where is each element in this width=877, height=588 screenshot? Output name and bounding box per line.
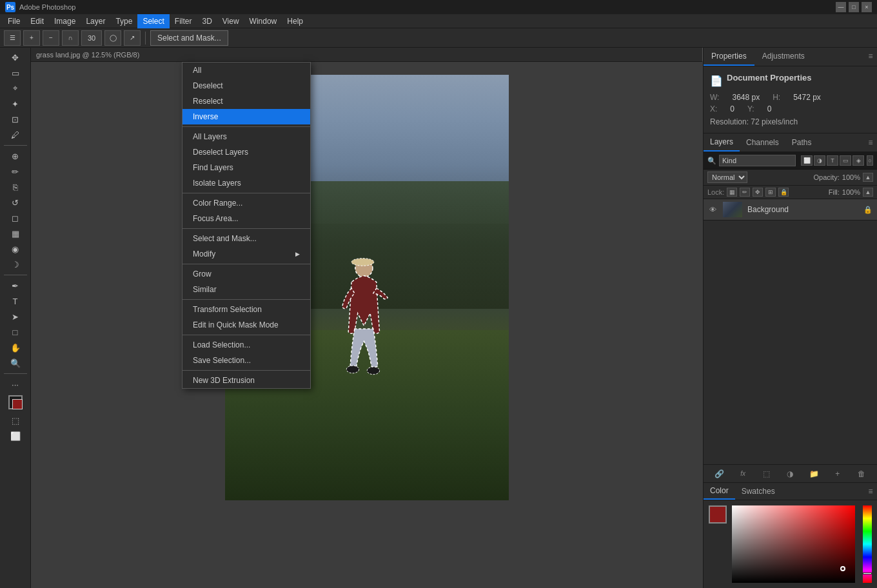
lasso-tool[interactable]: ⌖ [8, 81, 23, 95]
tab-adjustments[interactable]: Adjustments [754, 48, 813, 66]
menu-item-new-3d-extrusion[interactable]: New 3D Extrusion [182, 373, 310, 388]
menu-view[interactable]: View [217, 14, 244, 28]
maximize-button[interactable]: □ [849, 2, 859, 12]
layers-kind-input[interactable] [719, 155, 796, 166]
window-controls[interactable]: — □ × [836, 2, 872, 12]
move-tool[interactable]: ✥ [8, 50, 23, 64]
add-adjustment-icon[interactable]: ◑ [783, 467, 796, 480]
tab-color[interactable]: Color [704, 483, 735, 500]
smartobj-filter-icon[interactable]: ◈ [852, 155, 864, 166]
pen-tool[interactable]: ✒ [8, 279, 23, 293]
link-layers-icon[interactable]: 🔗 [713, 467, 725, 480]
tab-swatches[interactable]: Swatches [735, 484, 782, 499]
screen-mode[interactable]: ⬜ [8, 429, 23, 443]
brush-mode-btn[interactable]: ☰ [4, 30, 21, 46]
add-group-icon[interactable]: 📁 [807, 467, 820, 480]
gradient-tool[interactable]: ▦ [8, 226, 23, 240]
tab-channels[interactable]: Channels [740, 134, 785, 151]
delete-layer-icon[interactable]: 🗑 [855, 467, 868, 480]
intersect-selection-btn[interactable]: ∩ [62, 30, 79, 46]
layer-visibility-icon[interactable]: 👁 [707, 204, 718, 215]
menu-3d[interactable]: 3D [197, 14, 217, 28]
history-brush-tool[interactable]: ↺ [8, 195, 23, 210]
select-and-mask-button[interactable]: Select and Mask... [150, 30, 228, 46]
add-mask-icon[interactable]: ⬚ [760, 467, 773, 480]
hardness-btn[interactable]: ◯ [104, 30, 121, 46]
add-selection-btn[interactable]: + [23, 30, 40, 46]
menu-item-isolate-layers[interactable]: Isolate Layers [182, 175, 310, 191]
menu-item-grow[interactable]: Grow [182, 266, 310, 282]
menu-item-focus-area[interactable]: Focus Area... [182, 211, 310, 226]
dodge-tool[interactable]: ☽ [8, 257, 23, 271]
pixel-filter-icon[interactable]: ⬜ [801, 155, 813, 166]
subtract-selection-btn[interactable]: − [43, 30, 59, 46]
text-filter-icon[interactable]: T [827, 155, 838, 166]
color-hue-slider[interactable] [863, 505, 872, 583]
menu-item-edit-quick-mask[interactable]: Edit in Quick Mask Mode [182, 317, 310, 333]
brush-tool[interactable]: ✏ [8, 164, 23, 179]
extra-tools[interactable]: ··· [8, 377, 23, 391]
path-select-tool[interactable]: ➤ [8, 309, 23, 324]
properties-panel-menu-icon[interactable]: ≡ [864, 48, 877, 64]
lock-all-icon[interactable]: 🔒 [778, 188, 789, 197]
clone-stamp-tool[interactable]: ⎘ [8, 180, 23, 194]
shape-tool[interactable]: □ [8, 325, 23, 339]
lock-artboard-icon[interactable]: ⊞ [765, 188, 776, 197]
menu-item-select-and-mask[interactable]: Select and Mask... [182, 231, 310, 246]
minimize-button[interactable]: — [836, 2, 846, 12]
lock-position-icon[interactable]: ✏ [740, 188, 750, 197]
menu-type[interactable]: Type [110, 14, 137, 28]
lock-pixels-icon[interactable]: ▦ [727, 188, 737, 197]
menu-item-inverse[interactable]: Inverse [182, 109, 310, 124]
fx-icon[interactable]: fx [736, 467, 749, 480]
menu-item-reselect[interactable]: Reselect [182, 93, 310, 109]
menu-item-find-layers[interactable]: Find Layers [182, 160, 310, 175]
document-tab[interactable]: grass land.jpg @ 12.5% (RGB/8) [31, 48, 703, 62]
shape-filter-icon[interactable]: ▭ [840, 155, 851, 166]
tab-paths[interactable]: Paths [785, 134, 818, 151]
menu-window[interactable]: Window [244, 14, 282, 28]
filter-toggle[interactable]: ○ [867, 155, 873, 166]
crop-tool[interactable]: ⊡ [8, 112, 23, 126]
menu-item-all-layers[interactable]: All Layers [182, 129, 310, 144]
tab-properties[interactable]: Properties [704, 48, 754, 66]
fill-stepper[interactable]: ▲ [863, 188, 873, 197]
text-tool[interactable]: T [8, 294, 23, 308]
menu-item-color-range[interactable]: Color Range... [182, 195, 310, 211]
eyedropper-tool[interactable]: 🖊 [8, 128, 23, 142]
blend-mode-select[interactable]: Normal [707, 172, 747, 183]
layers-panel-menu-icon[interactable]: ≡ [864, 134, 877, 151]
color-gradient-picker[interactable] [732, 505, 855, 583]
menu-edit[interactable]: Edit [25, 14, 49, 28]
menu-select[interactable]: Select [137, 14, 169, 28]
menu-item-similar[interactable]: Similar [182, 282, 310, 297]
zoom-tool[interactable]: 🔍 [8, 356, 23, 370]
menu-item-all[interactable]: All [182, 63, 310, 78]
add-layer-icon[interactable]: + [831, 467, 844, 480]
lock-move-icon[interactable]: ✥ [753, 188, 763, 197]
hand-tool[interactable]: ✋ [8, 340, 23, 355]
quick-select-tool[interactable]: ✦ [8, 97, 23, 111]
opacity-stepper[interactable]: ▲ [863, 173, 873, 182]
angle-btn[interactable]: ↗ [124, 30, 141, 46]
menu-layer[interactable]: Layer [81, 14, 110, 28]
foreground-color[interactable] [8, 395, 23, 409]
active-color-swatch[interactable] [709, 505, 727, 524]
menu-help[interactable]: Help [282, 14, 308, 28]
menu-item-deselect-layers[interactable]: Deselect Layers [182, 144, 310, 160]
marquee-tool[interactable]: ▭ [8, 66, 23, 80]
menu-filter[interactable]: Filter [170, 14, 197, 28]
adjustment-filter-icon[interactable]: ◑ [814, 155, 825, 166]
close-button[interactable]: × [862, 2, 872, 12]
background-color[interactable] [12, 399, 23, 409]
menu-item-load-selection[interactable]: Load Selection... [182, 337, 310, 353]
tab-layers[interactable]: Layers [704, 133, 740, 152]
blur-tool[interactable]: ◉ [8, 242, 23, 256]
spot-healing-tool[interactable]: ⊕ [8, 149, 23, 163]
menu-item-modify[interactable]: Modify ▶ [182, 246, 310, 262]
menu-item-transform-selection[interactable]: Transform Selection [182, 302, 310, 317]
quick-mask-mode[interactable]: ⬚ [8, 413, 23, 427]
menu-file[interactable]: File [3, 14, 25, 28]
menu-item-deselect[interactable]: Deselect [182, 78, 310, 93]
menu-image[interactable]: Image [49, 14, 81, 28]
